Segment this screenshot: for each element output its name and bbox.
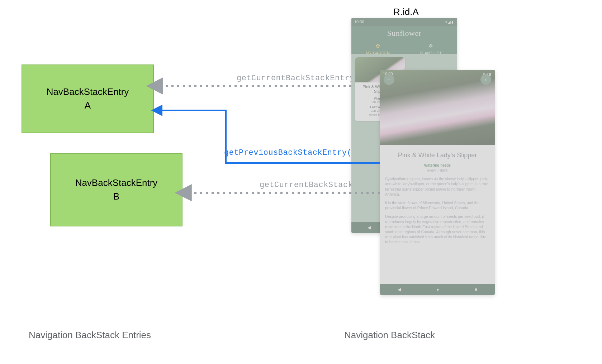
share-button[interactable]: ⪪ — [480, 74, 491, 85]
leaf-icon: ☘ — [428, 43, 433, 49]
status-bar-b: 10:00 ▾◢▮ — [380, 70, 495, 78]
plant-description-p3: Despite producing a large amount of seed… — [385, 214, 490, 244]
section-label-right: Navigation BackStack — [344, 330, 435, 341]
arrow-left-icon: ← — [387, 77, 392, 82]
plant-hero-image: 10:00 ▾◢▮ ← ⪪ — [380, 70, 495, 145]
app-title: Sunflower — [351, 26, 457, 39]
method-getcurrent-a: getCurrentBackStackEntry() — [237, 74, 364, 83]
entry-a-title: NavBackStackEntry — [47, 86, 129, 98]
method-getprevious: getPreviousBackStackEntry() — [224, 148, 357, 157]
nav-backstack-entry-a-box: NavBackStackEntry A — [22, 64, 154, 133]
screen-id-a: R.id.A — [393, 6, 419, 18]
share-icon: ⪪ — [483, 77, 488, 82]
nav-backstack-entry-b-box: NavBackStackEntry B — [50, 153, 183, 226]
watering-needs-label: Watering needs — [385, 163, 490, 168]
nav-home-icon-b[interactable]: ● — [436, 287, 439, 292]
plant-description-p2: It is the state flower of Minnesota, Uni… — [385, 200, 490, 210]
nav-back-icon-b[interactable]: ◀ — [398, 287, 401, 292]
nav-bar-b: ◀ ● ■ — [380, 284, 495, 295]
nav-back-icon[interactable]: ◀ — [368, 225, 371, 230]
nav-recent-icon-b[interactable]: ■ — [474, 287, 477, 292]
entry-a-id: A — [85, 100, 91, 112]
plant-description-p1: Cypripedium reginae, known as the showy … — [385, 176, 490, 197]
phone-screen-b: 10:00 ▾◢▮ ← ⪪ Pink & White Lady's Slippe… — [380, 70, 495, 295]
flower-icon: ✿ — [376, 43, 380, 49]
status-bar-a: 10:00 ▾◢▮ — [351, 18, 457, 26]
watering-needs-value: every 7 days — [385, 168, 490, 173]
section-label-left: Navigation BackStack Entries — [29, 330, 151, 341]
back-button[interactable]: ← — [384, 74, 394, 85]
entry-b-title: NavBackStackEntry — [75, 177, 158, 189]
status-icons-a: ▾◢▮ — [445, 20, 454, 24]
entry-b-id: B — [113, 191, 119, 203]
status-time-a: 10:00 — [354, 20, 364, 24]
plant-detail-title: Pink & White Lady's Slipper — [385, 151, 490, 159]
plant-detail-body: Pink & White Lady's Slipper Watering nee… — [380, 145, 495, 284]
